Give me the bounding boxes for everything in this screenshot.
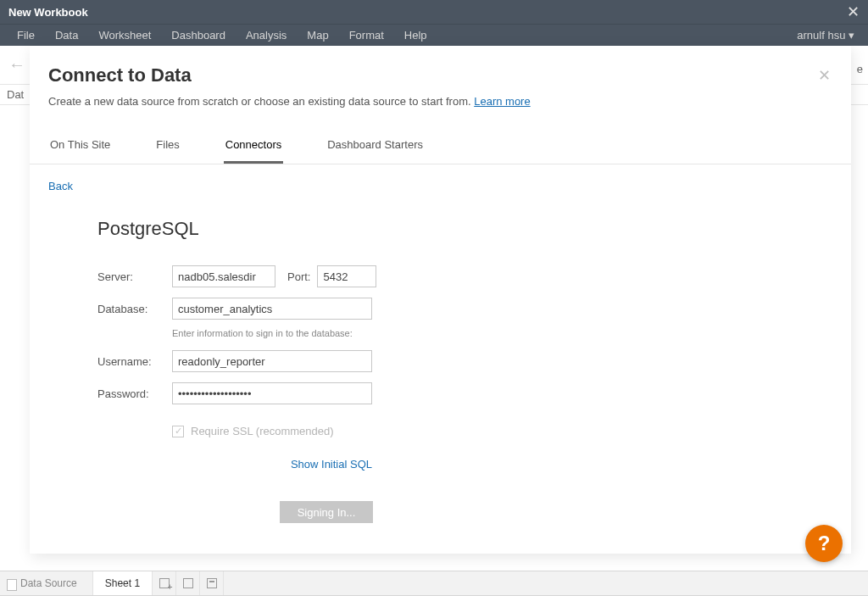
modal-close-icon[interactable]: ✕ <box>818 66 831 85</box>
server-row: Server: Port: <box>97 265 386 287</box>
back-arrow-icon[interactable]: ← <box>8 55 25 75</box>
new-worksheet-button[interactable] <box>153 571 176 595</box>
ssl-checkbox: ✓ <box>172 426 184 437</box>
database-input[interactable] <box>172 298 372 320</box>
menu-worksheet[interactable]: Worksheet <box>88 25 161 45</box>
ssl-row: ✓ Require SSL (recommended) <box>172 425 386 437</box>
help-fab[interactable]: ? <box>805 525 843 562</box>
menu-map[interactable]: Map <box>297 25 338 45</box>
menu-bar: File Data Worksheet Dashboard Analysis M… <box>0 24 868 46</box>
server-input[interactable] <box>172 265 275 287</box>
port-input[interactable] <box>317 265 376 287</box>
username-input[interactable] <box>172 350 372 372</box>
data-pane-label: Dat <box>7 88 24 101</box>
menu-help[interactable]: Help <box>394 25 437 45</box>
database-row: Database: <box>97 298 386 320</box>
connector-title: PostgreSQL <box>97 218 386 240</box>
tab-data-source[interactable]: Data Source <box>0 571 93 595</box>
modal-header: Connect to Data Create a new data source… <box>30 46 851 116</box>
learn-more-link[interactable]: Learn more <box>474 95 530 108</box>
menu-data[interactable]: Data <box>45 25 88 45</box>
modal-tab-row: On This Site Files Connectors Dashboard … <box>30 130 851 164</box>
tab-connectors[interactable]: Connectors <box>224 130 283 164</box>
menu-analysis[interactable]: Analysis <box>236 25 297 45</box>
modal-title: Connect to Data <box>48 64 832 86</box>
new-dashboard-button[interactable] <box>176 571 200 595</box>
username-label: Username: <box>97 355 172 368</box>
menu-file[interactable]: File <box>7 25 45 45</box>
modal-subtitle: Create a new data source from scratch or… <box>48 95 832 108</box>
sign-in-button[interactable]: Signing In... <box>280 501 373 523</box>
new-story-button[interactable] <box>200 571 224 595</box>
ssl-label: Require SSL (recommended) <box>191 425 334 437</box>
window-title: New Workbook <box>8 6 88 19</box>
modal-subtitle-text: Create a new data source from scratch or… <box>48 95 474 108</box>
back-link[interactable]: Back <box>30 164 851 192</box>
tab-dashboard-starters[interactable]: Dashboard Starters <box>326 130 425 164</box>
password-row: Password: <box>97 382 386 404</box>
port-label: Port: <box>287 270 310 283</box>
window-close-icon[interactable]: ✕ <box>847 3 860 21</box>
menu-format[interactable]: Format <box>339 25 394 45</box>
window-titlebar: New Workbook ✕ <box>0 0 868 24</box>
database-label: Database: <box>97 303 172 315</box>
signin-hint: Enter information to sign in to the data… <box>172 328 386 338</box>
menu-dashboard[interactable]: Dashboard <box>161 25 236 45</box>
tab-sheet-1[interactable]: Sheet 1 <box>93 571 153 595</box>
tab-files[interactable]: Files <box>154 130 181 164</box>
username-row: Username: <box>97 350 386 372</box>
password-label: Password: <box>97 387 172 400</box>
show-initial-sql-link[interactable]: Show Initial SQL <box>97 458 372 471</box>
obscured-letter: e <box>857 63 863 75</box>
server-label: Server: <box>97 270 172 283</box>
tab-data-source-label: Data Source <box>20 577 77 589</box>
password-input[interactable] <box>172 382 372 404</box>
connector-form: PostgreSQL Server: Port: Database: Enter… <box>30 192 386 523</box>
sheet-tab-bar: Data Source Sheet 1 <box>0 571 868 596</box>
connect-to-data-modal: ✕ Connect to Data Create a new data sour… <box>30 46 851 554</box>
tab-on-this-site[interactable]: On This Site <box>48 130 112 164</box>
user-menu[interactable]: arnulf hsu ▾ <box>797 29 861 42</box>
